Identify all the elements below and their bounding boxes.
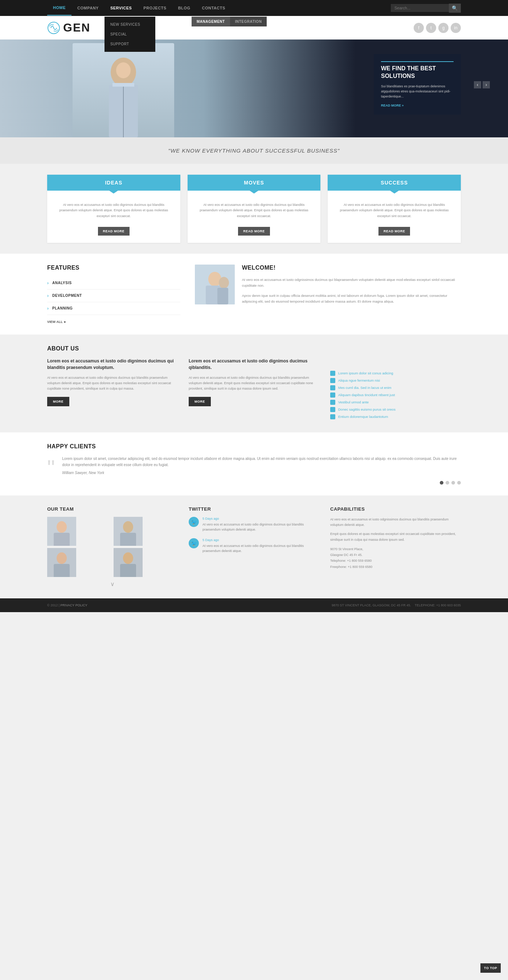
logo-icon: [47, 21, 60, 35]
twitter-icon[interactable]: t: [426, 23, 436, 33]
about-col1-more-btn[interactable]: MORE: [47, 397, 69, 406]
chevron-icon: ›: [47, 306, 49, 311]
hero-next-btn[interactable]: ›: [482, 81, 490, 88]
services-submenu: MANAGEMENT INTEGRATION: [192, 17, 267, 27]
about-link-3[interactable]: Mes cuml dia. Sed in lacus ut enim: [330, 385, 461, 390]
about-link-2[interactable]: Aliqua ngue fermentum nisi: [330, 378, 461, 383]
brand-name: GEN: [63, 21, 90, 35]
nav-item-services-wrapper: SERVICES NEW SERVICES SPECIAL SUPPORT MA…: [104, 1, 137, 15]
twitter-content-2: 5 Days ago At vero eos et accusamus et i…: [203, 538, 319, 554]
hero-prev-btn[interactable]: ‹: [474, 81, 481, 88]
dot-icon: [330, 400, 335, 405]
svg-point-9: [219, 277, 229, 288]
svg-rect-5: [112, 83, 134, 87]
welcome-text: WELCOME! At vero eos et accusamus et ius…: [242, 264, 461, 324]
about-link-6[interactable]: Donec sagittis euismo purus sit oreos: [330, 407, 461, 412]
dot-4[interactable]: [457, 481, 461, 485]
quote-text-content: Lorem ipsum dolor sit amet, consectetur …: [62, 455, 461, 475]
google-icon[interactable]: g: [438, 23, 449, 33]
team-photo-svg-3: [47, 548, 76, 577]
dot-icon: [330, 378, 335, 383]
feature-development-label: DEVELOPMENT: [52, 294, 82, 298]
quote-author: William Sawyer, New York: [62, 471, 461, 475]
card-ideas-readmore[interactable]: READ MORE: [98, 227, 130, 235]
features-title: FEATURES: [47, 264, 181, 271]
svg-point-4: [116, 62, 131, 78]
submenu-integration[interactable]: INTEGRATION: [230, 17, 267, 27]
svg-point-12: [57, 521, 67, 533]
hero-readmore[interactable]: READ MORE »: [381, 103, 454, 107]
feature-planning-label: PLANNING: [52, 306, 73, 310]
card-ideas: IDEAS At vero eos et accusamus et iusto …: [47, 175, 181, 243]
capabilities-widget: CAPABILITIES At vero eos et accusamus et…: [330, 506, 461, 587]
scroll-down-arrow[interactable]: ∨: [47, 581, 178, 587]
hero-subtitle: Sui blanditiates es prae-tiuptatum delen…: [381, 84, 454, 99]
services-dropdown: NEW SERVICES SPECIAL SUPPORT: [104, 17, 155, 52]
search-button[interactable]: 🔍: [449, 4, 461, 13]
footer-copy: © 2012 | PRIVACY POLICY: [47, 603, 88, 607]
chevron-icon: ›: [47, 293, 49, 298]
nav-items: HOME COMPANY SERVICES NEW SERVICES SPECI…: [47, 0, 231, 16]
dot-3[interactable]: [451, 481, 455, 485]
welcome-title: WELCOME!: [242, 264, 461, 271]
feature-development[interactable]: › DEVELOPMENT: [47, 290, 181, 302]
quote-text: "WE KNOW EVERYTHING ABOUT SUCCESSFUL BUS…: [168, 148, 340, 154]
about-link-text-2: Aliqua ngue fermentum nisi: [338, 379, 380, 382]
quote-body: Lorem ipsum dolor sit amet, consectetur …: [62, 455, 461, 468]
search-input[interactable]: [391, 4, 449, 12]
card-ideas-header: IDEAS: [47, 175, 181, 191]
twitter-text-2: At vero eos et accusamus et iusto odio d…: [203, 543, 319, 554]
dot-1[interactable]: [440, 481, 443, 485]
features-column: FEATURES › ANALYSIS › DEVELOPMENT › PLAN…: [47, 264, 181, 324]
dot-2[interactable]: [446, 481, 449, 485]
facebook-icon[interactable]: f: [414, 23, 424, 33]
twitter-text-1: At vero eos et accusamus et iusto odio d…: [203, 522, 319, 532]
dropdown-item-special[interactable]: SPECIAL: [104, 29, 155, 39]
svg-rect-13: [54, 533, 70, 546]
welcome-desc1: At vero eos et accusamus et iusto odgnis…: [242, 277, 461, 288]
twitter-widget-title: TWITTER: [189, 506, 319, 512]
dropdown-item-support[interactable]: SUPPORT: [104, 39, 155, 49]
welcome-column: WELCOME! At vero eos et accusamus et ius…: [195, 264, 461, 324]
nav-item-home[interactable]: HOME: [47, 0, 72, 16]
linkedin-icon[interactable]: in: [450, 23, 461, 33]
feature-planning[interactable]: › PLANNING: [47, 302, 181, 315]
card-success: SUCCESS At vero eos et accusamus et iust…: [327, 175, 461, 243]
about-link-text-6: Donec sagittis euismo purus sit oreos: [338, 407, 396, 411]
dropdown-item-new-services[interactable]: NEW SERVICES: [104, 19, 155, 29]
about-col1-body: At vero eos et accusamus et iusto odio d…: [47, 375, 178, 392]
about-col2-more-btn[interactable]: MORE: [189, 397, 211, 406]
nav-item-projects[interactable]: PROJECTS: [137, 1, 172, 15]
about-col2-lead: Lorem eos et accusamus et iusto odio dig…: [189, 358, 319, 371]
about-link-5[interactable]: Vestibul urmod ante: [330, 400, 461, 405]
about-col-1: Lorem eos et accusamus et iusto odio dig…: [47, 358, 178, 422]
card-moves: MOVES At vero eos et accusamus et iusto …: [188, 175, 321, 243]
about-title: ABOUT US: [47, 345, 461, 352]
about-link-text-3: Mes cuml dia. Sed in lacus ut enim: [338, 386, 391, 390]
nav-item-company[interactable]: COMPANY: [72, 1, 104, 15]
hero-person-image: [73, 43, 174, 137]
svg-rect-19: [54, 564, 70, 577]
view-all-link[interactable]: VIEW ALL ►: [47, 320, 181, 324]
dot-icon: [330, 385, 335, 390]
feature-analysis[interactable]: › ANALYSIS: [47, 277, 181, 290]
hero-title: WE FIND THE BEST SOLUTIONS: [381, 61, 454, 80]
about-link-7[interactable]: Entium doloremque laudantotum: [330, 414, 461, 419]
dot-icon: [330, 393, 335, 398]
nav-item-services[interactable]: SERVICES: [104, 1, 137, 15]
copyright-text: © 2012 |: [47, 603, 59, 607]
privacy-policy-link[interactable]: PRIVACY POLICY: [61, 603, 88, 607]
card-success-readmore[interactable]: READ MORE: [379, 227, 411, 235]
dot-icon: [330, 407, 335, 412]
submenu-management[interactable]: MANAGEMENT: [192, 17, 230, 27]
about-link-4[interactable]: Aliquam dapibus tincidunt ntlsent just: [330, 393, 461, 398]
about-link-text-7: Entium doloremque laudantotum: [338, 415, 388, 418]
card-moves-readmore[interactable]: READ MORE: [238, 227, 270, 235]
nav-item-blog[interactable]: BLOG: [173, 1, 196, 15]
svg-point-21: [123, 552, 133, 564]
cards-section: IDEAS At vero eos et accusamus et iusto …: [0, 164, 508, 254]
nav-item-contacts[interactable]: CONTACTS: [196, 1, 231, 15]
brand-logo: GEN: [47, 21, 90, 35]
twitter-content-1: 5 Days ago At vero eos et accusamus et i…: [203, 517, 319, 532]
about-link-1[interactable]: Lorem ipsum dolor sit conus adicing: [330, 371, 461, 376]
